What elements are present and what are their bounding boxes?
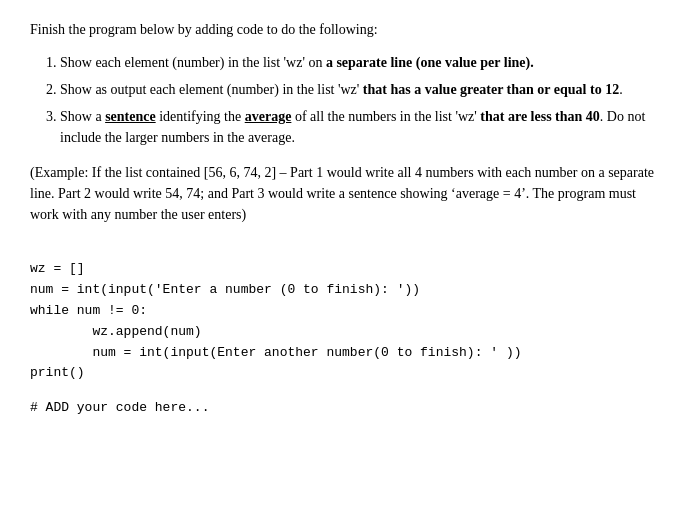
add-code-comment: # ADD your code here... bbox=[30, 400, 209, 415]
code-block: wz = [] num = int(input('Enter a number … bbox=[30, 239, 665, 385]
instruction-item-1: Show each element (number) in the list '… bbox=[60, 52, 665, 73]
code-line-5: num = int(input(Enter another number(0 t… bbox=[30, 345, 521, 360]
instruction-item-2: Show as output each element (number) in … bbox=[60, 79, 665, 100]
instructions-list: Show each element (number) in the list '… bbox=[60, 52, 665, 148]
example-text: (Example: If the list contained [56, 6, … bbox=[30, 162, 665, 225]
code-line-1: wz = [] bbox=[30, 261, 85, 276]
example-block: (Example: If the list contained [56, 6, … bbox=[30, 162, 665, 225]
code-line-6: print() bbox=[30, 365, 85, 380]
code-line-2: num = int(input('Enter a number (0 to fi… bbox=[30, 282, 420, 297]
intro-text: Finish the program below by adding code … bbox=[30, 20, 665, 40]
instruction-item-3: Show a sentence identifying the average … bbox=[60, 106, 665, 148]
code-line-3: while num != 0: bbox=[30, 303, 147, 318]
code-comment: # ADD your code here... bbox=[30, 398, 665, 419]
code-line-4: wz.append(num) bbox=[30, 324, 202, 339]
